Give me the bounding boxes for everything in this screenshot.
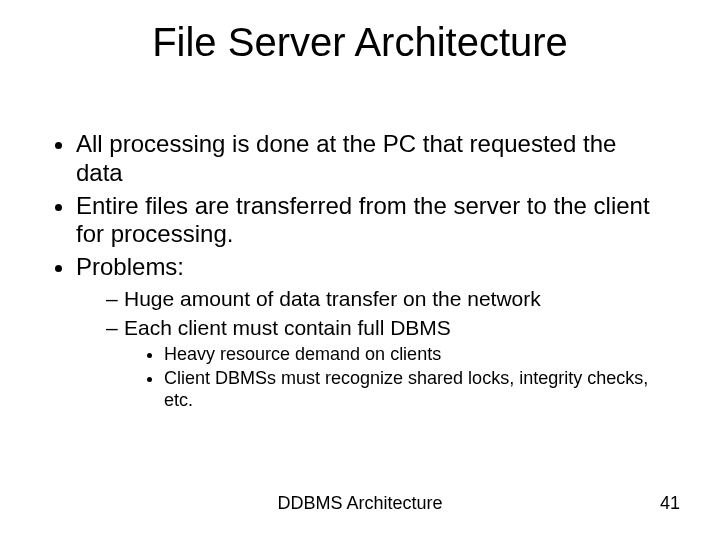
slide-body: All processing is done at the PC that re…	[54, 130, 664, 415]
bullet-list-level1: All processing is done at the PC that re…	[54, 130, 664, 411]
bullet-item: Heavy resource demand on clients	[164, 344, 664, 366]
page-number: 41	[660, 493, 680, 514]
bullet-item: Each client must contain full DBMS Heavy…	[106, 315, 664, 411]
footer-center: DDBMS Architecture	[0, 493, 720, 514]
slide-title: File Server Architecture	[0, 20, 720, 65]
bullet-list-level2: Huge amount of data transfer on the netw…	[76, 286, 664, 411]
bullet-item: All processing is done at the PC that re…	[76, 130, 664, 188]
bullet-item: Huge amount of data transfer on the netw…	[106, 286, 664, 311]
bullet-text: Problems:	[76, 253, 184, 280]
slide: File Server Architecture All processing …	[0, 0, 720, 540]
bullet-item: Problems: Huge amount of data transfer o…	[76, 253, 664, 411]
bullet-text: Each client must contain full DBMS	[124, 316, 451, 339]
bullet-list-level3: Heavy resource demand on clients Client …	[124, 344, 664, 411]
bullet-item: Entire files are transferred from the se…	[76, 192, 664, 250]
bullet-item: Client DBMSs must recognize shared locks…	[164, 368, 664, 411]
